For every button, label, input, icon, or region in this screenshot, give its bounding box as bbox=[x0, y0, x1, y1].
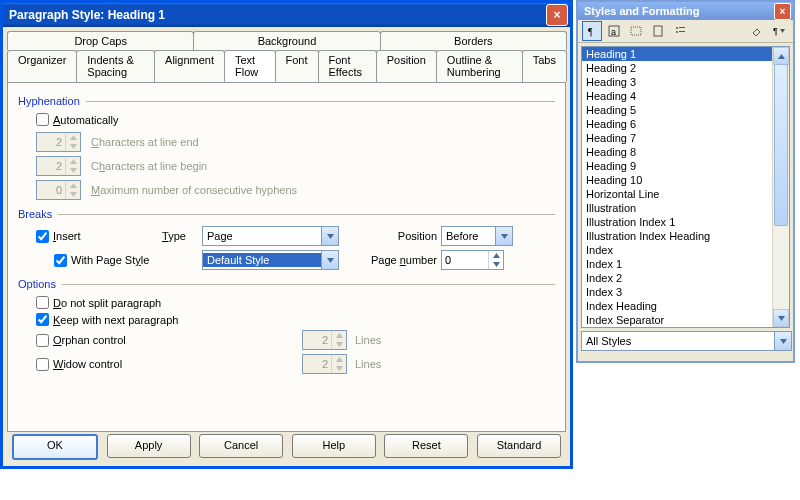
spinner-down-icon[interactable] bbox=[489, 260, 503, 269]
svg-rect-3 bbox=[631, 27, 641, 35]
type-label: Type bbox=[162, 230, 202, 242]
position-label: Position bbox=[389, 230, 441, 242]
chevron-down-icon[interactable] bbox=[321, 227, 338, 245]
tab-row-bottom: OrganizerIndents & SpacingAlignmentText … bbox=[7, 50, 566, 82]
style-item[interactable]: Heading 3 bbox=[582, 75, 773, 89]
widow-control-checkbox[interactable]: Widow control bbox=[36, 358, 296, 371]
list-styles-icon[interactable] bbox=[670, 21, 690, 41]
type-combo[interactable]: Page bbox=[202, 226, 339, 246]
widow-lines-spinner: 2 bbox=[302, 354, 347, 374]
style-item[interactable]: Illustration Index 1 bbox=[582, 215, 773, 229]
style-item[interactable]: Illustration Index Heading bbox=[582, 229, 773, 243]
style-item[interactable]: Heading 2 bbox=[582, 61, 773, 75]
spinner-up-icon[interactable] bbox=[489, 251, 503, 260]
tab-text-flow[interactable]: Text Flow bbox=[224, 50, 276, 82]
style-item[interactable]: Index bbox=[582, 243, 773, 257]
style-item[interactable]: Heading 7 bbox=[582, 131, 773, 145]
style-item[interactable]: Heading 4 bbox=[582, 89, 773, 103]
help-button[interactable]: Help bbox=[292, 434, 376, 458]
svg-point-5 bbox=[676, 27, 678, 29]
standard-button[interactable]: Standard bbox=[477, 434, 561, 458]
orphan-lines-label: Lines bbox=[355, 334, 381, 346]
style-item[interactable]: Heading 1 bbox=[582, 47, 773, 61]
panel-titlebar[interactable]: Styles and Formatting × bbox=[578, 2, 793, 20]
close-icon[interactable]: × bbox=[546, 4, 568, 26]
close-icon[interactable]: × bbox=[774, 3, 791, 20]
page-number-spinner[interactable]: 0 bbox=[441, 250, 504, 270]
page-number-label: Page number bbox=[357, 254, 441, 266]
paragraph-styles-icon[interactable]: ¶ bbox=[582, 21, 602, 41]
apply-button[interactable]: Apply bbox=[107, 434, 191, 458]
frame-styles-icon[interactable] bbox=[626, 21, 646, 41]
style-item[interactable]: Heading 5 bbox=[582, 103, 773, 117]
tab-background[interactable]: Background bbox=[193, 31, 380, 50]
style-item[interactable]: Heading 8 bbox=[582, 145, 773, 159]
tab-position[interactable]: Position bbox=[376, 50, 437, 82]
chevron-down-icon[interactable] bbox=[495, 227, 512, 245]
spinner-up-icon bbox=[66, 133, 80, 142]
button-bar: OK Apply Cancel Help Reset Standard bbox=[6, 434, 567, 460]
style-item[interactable]: Horizontal Line bbox=[582, 187, 773, 201]
scroll-down-icon[interactable] bbox=[773, 309, 789, 327]
orphan-control-checkbox[interactable]: Orphan control bbox=[36, 334, 296, 347]
character-styles-icon[interactable]: a bbox=[604, 21, 624, 41]
with-page-style-checkbox[interactable]: With Page Style bbox=[54, 254, 214, 267]
tab-tabs[interactable]: Tabs bbox=[522, 50, 567, 82]
automatically-label-rest: utomatically bbox=[60, 114, 118, 126]
tab-outline-numbering[interactable]: Outline & Numbering bbox=[436, 50, 523, 82]
new-style-dropdown-icon[interactable]: ¶ bbox=[769, 21, 789, 41]
tab-drop-caps[interactable]: Drop Caps bbox=[7, 31, 194, 50]
tab-alignment[interactable]: Alignment bbox=[154, 50, 225, 82]
tab-font-effects[interactable]: Font Effects bbox=[318, 50, 377, 82]
style-item[interactable]: Heading 10 bbox=[582, 173, 773, 187]
tab-indents-spacing[interactable]: Indents & Spacing bbox=[76, 50, 155, 82]
svg-rect-6 bbox=[679, 27, 685, 28]
fill-format-mode-icon[interactable] bbox=[747, 21, 767, 41]
style-item[interactable]: Heading 6 bbox=[582, 117, 773, 131]
dialog-titlebar[interactable]: Paragraph Style: Heading 1 × bbox=[3, 3, 570, 27]
tab-font[interactable]: Font bbox=[275, 50, 319, 82]
tabs-container: Drop CapsBackgroundBorders OrganizerInde… bbox=[3, 27, 570, 432]
scroll-up-icon[interactable] bbox=[773, 47, 789, 65]
chevron-down-icon[interactable] bbox=[774, 332, 791, 350]
reset-button[interactable]: Reset bbox=[384, 434, 468, 458]
tab-row-top: Drop CapsBackgroundBorders bbox=[7, 31, 566, 50]
keep-with-next-checkbox[interactable]: Keep with next paragraph bbox=[36, 313, 178, 326]
svg-text:¶: ¶ bbox=[773, 26, 778, 36]
automatically-checkbox[interactable]: AAutomaticallyutomatically bbox=[36, 113, 118, 126]
position-combo[interactable]: Before bbox=[441, 226, 513, 246]
spinner-down-icon bbox=[66, 142, 80, 151]
panel-title: Styles and Formatting bbox=[584, 5, 700, 17]
chars-begin-spinner: 2 bbox=[36, 156, 81, 176]
insert-checkbox[interactable]: Insert bbox=[36, 230, 156, 243]
chevron-down-icon[interactable] bbox=[321, 251, 338, 269]
page-styles-icon[interactable] bbox=[648, 21, 668, 41]
panel-toolbar: ¶ a ¶ bbox=[578, 20, 793, 43]
style-filter-combo[interactable]: All Styles bbox=[581, 331, 792, 351]
cancel-button[interactable]: Cancel bbox=[199, 434, 283, 458]
style-filter: All Styles bbox=[581, 331, 790, 351]
breaks-legend: Breaks bbox=[18, 208, 52, 220]
style-item[interactable]: Index 2 bbox=[582, 271, 773, 285]
svg-rect-4 bbox=[654, 26, 662, 36]
svg-text:¶: ¶ bbox=[588, 26, 593, 37]
scrollbar[interactable] bbox=[772, 47, 789, 327]
group-hyphenation: Hyphenation AAutomaticallyutomatically 2… bbox=[18, 95, 555, 200]
styles-list[interactable]: Heading 1Heading 2Heading 3Heading 4Head… bbox=[581, 46, 790, 328]
group-breaks: Breaks Insert Type Page Position B bbox=[18, 208, 555, 270]
style-item[interactable]: Index Separator bbox=[582, 313, 773, 327]
page-style-combo[interactable]: Default Style bbox=[202, 250, 339, 270]
max-hyphens-spinner: 0 bbox=[36, 180, 81, 200]
style-item[interactable]: Index 3 bbox=[582, 285, 773, 299]
scroll-thumb[interactable] bbox=[774, 64, 788, 226]
svg-point-7 bbox=[676, 31, 678, 33]
style-item[interactable]: Index Heading bbox=[582, 299, 773, 313]
hyphenation-legend: Hyphenation bbox=[18, 95, 80, 107]
tab-borders[interactable]: Borders bbox=[380, 31, 567, 50]
tab-organizer[interactable]: Organizer bbox=[7, 50, 77, 82]
style-item[interactable]: Heading 9 bbox=[582, 159, 773, 173]
style-item[interactable]: Index 1 bbox=[582, 257, 773, 271]
style-item[interactable]: Illustration bbox=[582, 201, 773, 215]
no-split-checkbox[interactable]: Do not split paragraph bbox=[36, 296, 161, 309]
ok-button[interactable]: OK bbox=[12, 434, 98, 460]
